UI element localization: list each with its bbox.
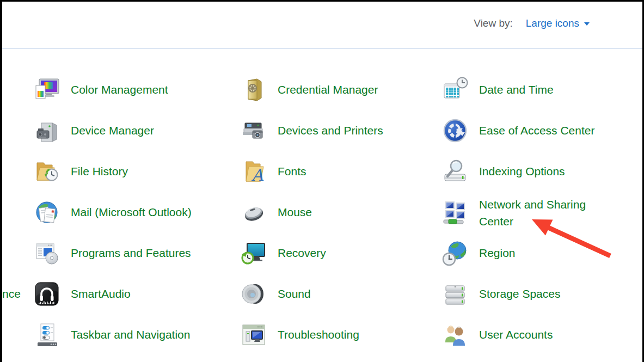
item-mail[interactable]: Mail (Microsoft Outlook) [34, 199, 192, 226]
network-and-sharing-center-icon [442, 200, 468, 226]
item-fonts[interactable]: A Fonts [241, 158, 306, 185]
item-label: Date and Time [479, 83, 554, 96]
control-panel-window: View by: Large icons nce Co [0, 0, 644, 362]
color-management-icon [34, 77, 60, 103]
item-recovery[interactable]: Recovery [241, 240, 326, 267]
item-region[interactable]: Region [442, 240, 516, 267]
troubleshooting-icon [241, 322, 267, 348]
item-devices-and-printers[interactable]: Devices and Printers [241, 117, 383, 144]
item-storage-spaces[interactable]: Storage Spaces [442, 280, 560, 308]
ease-of-access-icon [442, 118, 468, 144]
indexing-options-icon [442, 158, 468, 185]
date-and-time-icon [442, 77, 468, 103]
item-label: Region [479, 247, 516, 260]
item-label: Taskbar and Navigation [71, 328, 190, 341]
programs-and-features-icon [34, 240, 60, 266]
item-label: Ease of Access Center [479, 124, 594, 137]
user-accounts-icon [442, 322, 468, 348]
item-label: Mouse [278, 206, 312, 219]
item-smartaudio[interactable]: SmartAudio [34, 280, 131, 308]
svg-text:A: A [251, 165, 264, 185]
view-mode-dropdown[interactable]: Large icons [526, 17, 590, 29]
device-manager-icon [34, 118, 60, 144]
item-label: Troubleshooting [278, 328, 359, 341]
storage-spaces-icon [442, 281, 468, 307]
item-label: Recovery [278, 247, 326, 260]
sound-icon [241, 281, 267, 307]
chevron-down-icon [584, 22, 590, 26]
item-label: Sound [278, 287, 311, 300]
item-programs-and-features[interactable]: Programs and Features [34, 240, 191, 267]
item-indexing-options[interactable]: Indexing Options [442, 158, 565, 185]
smartaudio-icon [34, 281, 60, 307]
taskbar-and-navigation-icon [34, 322, 60, 348]
view-by-bar: View by: Large icons [474, 17, 590, 29]
item-mouse[interactable]: Mouse [241, 199, 312, 226]
item-label: Network and Sharing Center [479, 196, 612, 230]
item-label: SmartAudio [71, 287, 131, 300]
item-taskbar-and-navigation[interactable]: Taskbar and Navigation [34, 321, 190, 348]
credential-manager-icon [241, 77, 267, 103]
item-date-and-time[interactable]: Date and Time [442, 76, 554, 103]
item-label: Color Management [71, 83, 168, 96]
item-troubleshooting[interactable]: Troubleshooting [241, 321, 359, 348]
recovery-icon [241, 240, 267, 266]
item-color-management[interactable]: Color Management [34, 76, 168, 103]
mail-icon [34, 199, 60, 225]
item-label: Fonts [278, 165, 306, 178]
item-label: Mail (Microsoft Outlook) [71, 206, 192, 219]
view-by-label: View by: [474, 17, 512, 29]
left-edge-border [0, 0, 2, 362]
region-icon [442, 240, 468, 266]
view-mode-value: Large icons [526, 17, 579, 29]
item-user-accounts[interactable]: User Accounts [442, 321, 553, 348]
item-file-history[interactable]: File History [34, 158, 128, 185]
item-label: Programs and Features [71, 247, 191, 260]
item-credential-manager[interactable]: Credential Manager [241, 76, 378, 103]
item-ease-of-access-center[interactable]: Ease of Access Center [442, 117, 594, 144]
item-sound[interactable]: Sound [241, 280, 311, 308]
devices-and-printers-icon [241, 118, 267, 144]
mouse-icon [241, 199, 267, 225]
file-history-icon [34, 158, 60, 185]
item-label: Credential Manager [278, 83, 378, 96]
fonts-icon: A [241, 158, 267, 185]
item-network-and-sharing-center[interactable]: Network and Sharing Center [442, 195, 612, 230]
item-label: Indexing Options [479, 165, 565, 178]
cut-off-item-label: nce [2, 287, 21, 300]
item-label: File History [71, 165, 128, 178]
item-device-manager[interactable]: Device Manager [34, 117, 154, 144]
item-label: Storage Spaces [479, 287, 560, 300]
item-label: Devices and Printers [278, 124, 383, 137]
header-separator [0, 48, 644, 49]
top-edge-border [0, 0, 644, 2]
item-label: Device Manager [71, 124, 154, 137]
item-label: User Accounts [479, 328, 553, 341]
